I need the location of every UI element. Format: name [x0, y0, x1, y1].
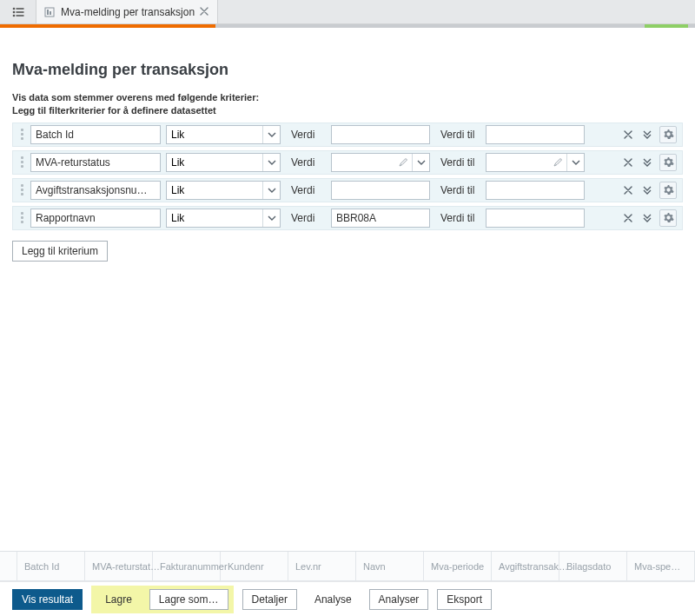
value-to-label: Verdi til [435, 184, 480, 196]
svg-point-2 [12, 14, 15, 17]
grid-select-all[interactable] [0, 552, 17, 580]
accent-bar [0, 24, 695, 28]
clear-icon[interactable] [621, 211, 635, 225]
filter-row: Verdi Verdi til [12, 123, 683, 147]
svg-rect-4 [16, 11, 23, 13]
filter-operator-value[interactable] [167, 154, 262, 171]
analyser-button[interactable]: Analyser [369, 589, 429, 610]
filter-operator-select[interactable] [166, 209, 281, 228]
filter-operator-value[interactable] [167, 209, 262, 227]
gear-icon[interactable] [659, 209, 677, 227]
edit-icon[interactable] [549, 154, 566, 171]
grid-column-header[interactable]: Mva-spe… [627, 552, 695, 580]
svg-point-0 [12, 7, 15, 10]
chevron-down-icon[interactable] [262, 126, 280, 143]
filter-rows: Verdi Verdi til Verdi Verdi til [12, 123, 683, 230]
chevron-down-icon[interactable] [262, 154, 280, 171]
grid-column-header[interactable]: Navn [356, 552, 424, 580]
report-icon [43, 6, 56, 18]
svg-rect-7 [47, 10, 49, 15]
filter-value-to-input[interactable] [486, 154, 549, 171]
filter-operator-select[interactable] [166, 181, 281, 200]
filter-value-to-combo[interactable] [486, 153, 585, 172]
close-icon[interactable] [200, 7, 210, 17]
filter-value-to-input[interactable] [486, 181, 585, 200]
value-to-label: Verdi til [435, 212, 480, 224]
expand-down-icon[interactable] [640, 183, 654, 197]
menu-list-icon [12, 7, 24, 17]
filter-value-to-input[interactable] [486, 209, 585, 228]
add-criterion-button[interactable]: Legg til kriterium [12, 241, 108, 262]
value-label: Verdi [286, 129, 326, 141]
filter-value-input[interactable] [331, 209, 430, 228]
svg-point-1 [12, 10, 15, 13]
expand-down-icon[interactable] [640, 128, 654, 142]
chevron-down-icon[interactable] [412, 154, 429, 171]
value-to-label: Verdi til [435, 156, 480, 169]
filter-operator-select[interactable] [166, 153, 281, 172]
filter-field-input[interactable] [30, 209, 161, 228]
action-bar: Vis resultat Lagre Lagre som… Detaljer A… [0, 581, 695, 616]
filter-value-input[interactable] [332, 154, 394, 171]
grid-column-header[interactable]: Mva-periode [424, 552, 492, 580]
drag-handle-icon[interactable] [17, 156, 25, 168]
page-title: Mva-melding per transaksjon [12, 61, 683, 79]
chevron-down-icon[interactable] [566, 154, 584, 171]
save-as-button[interactable]: Lagre som… [149, 589, 228, 610]
analyze-button[interactable]: Analyse [306, 589, 361, 610]
expand-down-icon[interactable] [640, 211, 654, 225]
grid-header: Batch IdMVA-returstat…FakturanummerKunde… [0, 552, 695, 581]
filter-row: Verdi Verdi til [12, 178, 683, 202]
save-button[interactable]: Lagre [96, 589, 141, 610]
gear-icon[interactable] [659, 182, 677, 199]
grid-column-header[interactable]: Kundenr [221, 552, 288, 580]
svg-rect-3 [16, 8, 23, 10]
filter-value-input[interactable] [331, 181, 430, 200]
page-subtitle: Vis data som stemmer overens med følgend… [12, 91, 683, 117]
filter-row: Verdi Verdi til [12, 150, 683, 175]
value-label: Verdi [286, 156, 326, 169]
details-button[interactable]: Detaljer [242, 589, 297, 610]
home-tab[interactable] [0, 0, 36, 23]
drag-handle-icon[interactable] [17, 184, 25, 195]
value-label: Verdi [286, 184, 326, 196]
filter-field-input[interactable] [30, 181, 161, 200]
save-group-highlight: Lagre Lagre som… [91, 586, 233, 613]
filter-value-combo[interactable] [331, 153, 430, 172]
filter-field-input[interactable] [30, 125, 161, 144]
filter-operator-value[interactable] [167, 182, 262, 199]
tab-active[interactable]: Mva-melding per transaksjon [36, 0, 218, 23]
filter-operator-select[interactable] [166, 125, 281, 144]
svg-rect-8 [50, 11, 51, 15]
grid-column-header[interactable]: Bilagsdato [559, 552, 627, 580]
grid-column-header[interactable]: Avgiftstransak… [492, 552, 559, 580]
chevron-down-icon[interactable] [262, 209, 280, 227]
grid-column-header[interactable]: MVA-returstat… [85, 552, 153, 580]
value-label: Verdi [286, 212, 326, 224]
clear-icon[interactable] [621, 128, 635, 142]
chevron-down-icon[interactable] [262, 182, 280, 199]
clear-icon[interactable] [621, 156, 635, 169]
value-to-label: Verdi til [435, 129, 480, 141]
filter-value-input[interactable] [331, 125, 430, 144]
grid-column-header[interactable]: Fakturanummer [153, 552, 221, 580]
drag-handle-icon[interactable] [17, 129, 25, 140]
export-button[interactable]: Eksport [437, 589, 492, 610]
clear-icon[interactable] [621, 183, 635, 197]
results-grid: Batch IdMVA-returstat…FakturanummerKunde… [0, 551, 695, 581]
drag-handle-icon[interactable] [17, 212, 25, 223]
edit-icon[interactable] [394, 154, 412, 171]
grid-column-header[interactable]: Batch Id [17, 552, 85, 580]
tab-label: Mva-melding per transaksjon [61, 6, 195, 18]
svg-rect-5 [16, 15, 23, 17]
gear-icon[interactable] [659, 126, 677, 143]
filter-field-input[interactable] [30, 153, 161, 172]
filter-row: Verdi Verdi til [12, 206, 683, 230]
expand-down-icon[interactable] [640, 156, 654, 169]
tab-bar: Mva-melding per transaksjon [0, 0, 695, 24]
filter-value-to-input[interactable] [486, 125, 585, 144]
filter-operator-value[interactable] [167, 126, 262, 143]
gear-icon[interactable] [659, 154, 677, 171]
show-results-button[interactable]: Vis resultat [12, 589, 83, 610]
grid-column-header[interactable]: Lev.nr [288, 552, 356, 580]
